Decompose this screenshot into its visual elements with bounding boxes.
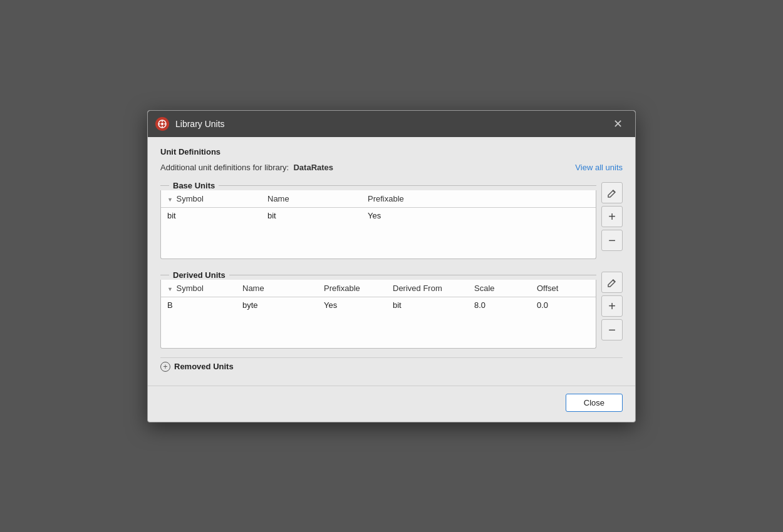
removed-units-expand-button[interactable]: + — [160, 362, 170, 372]
base-units-section: Base Units ▼ Symbol Name — [160, 181, 623, 259]
derived-col-name[interactable]: Name — [236, 280, 318, 297]
derived-row-symbol: B — [161, 297, 236, 313]
removed-units-label: Removed Units — [174, 362, 234, 371]
table-row[interactable]: bit bit Yes — [161, 207, 596, 223]
library-units-dialog: Library Units ✕ Unit Definitions Additio… — [147, 110, 636, 422]
derived-units-table: ▼ Symbol Name Prefixable D — [161, 280, 596, 313]
base-remove-button[interactable]: − — [601, 230, 623, 251]
dialog-title: Library Units — [175, 119, 225, 129]
view-all-link[interactable]: View all units — [575, 163, 623, 172]
derived-row-prefixable: Yes — [318, 297, 386, 313]
svg-point-1 — [161, 123, 163, 125]
header-line-right — [219, 185, 596, 186]
base-row-symbol: bit — [161, 207, 261, 223]
derived-units-title: Derived Units — [169, 270, 229, 280]
sort-arrow-symbol: ▼ — [167, 197, 173, 203]
table-row[interactable]: B byte Yes bit 8.0 0.0 — [161, 297, 596, 313]
derived-row-scale: 8.0 — [468, 297, 531, 313]
subtitle-prefix: Additional unit definitions for library: — [160, 163, 289, 172]
derived-col-scale[interactable]: Scale — [468, 280, 531, 297]
derived-units-header-row: Derived Units — [160, 270, 596, 280]
derived-remove-button[interactable]: − — [601, 319, 623, 340]
derived-row-derived-from: bit — [386, 297, 468, 313]
base-col-symbol[interactable]: ▼ Symbol — [161, 190, 261, 208]
base-units-header-row: Base Units — [160, 181, 596, 190]
base-units-sidebar: + − — [601, 182, 623, 251]
base-row-prefixable: Yes — [361, 207, 596, 223]
derived-col-offset[interactable]: Offset — [531, 280, 596, 297]
derived-header-line-right — [229, 275, 596, 275]
derived-header-line-left — [160, 275, 169, 275]
derived-add-button[interactable]: + — [601, 295, 623, 317]
title-bar: Library Units ✕ — [148, 111, 635, 137]
base-col-name[interactable]: Name — [261, 190, 361, 208]
dialog-footer: Close — [148, 386, 635, 422]
derived-row-offset: 0.0 — [531, 297, 596, 313]
removed-units-row: + Removed Units — [160, 357, 623, 376]
subtitle-text: Additional unit definitions for library:… — [160, 163, 333, 172]
derived-units-group-outer: Derived Units ▼ Symbol Name — [160, 270, 596, 349]
derived-units-content: ▼ Symbol Name Prefixable D — [160, 280, 596, 349]
library-name: DataRates — [293, 163, 333, 172]
base-row-name: bit — [261, 207, 361, 223]
base-units-group-outer: Base Units ▼ Symbol Name — [160, 181, 596, 259]
base-units-content: ▼ Symbol Name Prefixable — [160, 190, 596, 259]
title-close-button[interactable]: ✕ — [608, 116, 628, 132]
base-units-table: ▼ Symbol Name Prefixable — [161, 190, 596, 223]
base-col-prefixable[interactable]: Prefixable — [361, 190, 596, 208]
header-line-left — [160, 185, 169, 186]
derived-col-symbol[interactable]: ▼ Symbol — [161, 280, 236, 297]
derived-units-section: Derived Units ▼ Symbol Name — [160, 270, 623, 349]
title-bar-left: Library Units — [155, 117, 225, 131]
derived-row-name: byte — [236, 297, 318, 313]
derived-units-sidebar: + − — [601, 272, 623, 340]
close-dialog-button[interactable]: Close — [566, 394, 623, 412]
sort-arrow-derived-symbol: ▼ — [167, 286, 173, 292]
section-label: Unit Definitions — [160, 147, 623, 156]
derived-edit-button[interactable] — [601, 272, 623, 293]
derived-col-derived-from[interactable]: Derived From — [386, 280, 468, 297]
base-add-button[interactable]: + — [601, 206, 623, 227]
derived-col-prefixable[interactable]: Prefixable — [318, 280, 386, 297]
base-units-title: Base Units — [169, 181, 219, 190]
subtitle-row: Additional unit definitions for library:… — [160, 163, 623, 172]
base-edit-button[interactable] — [601, 182, 623, 203]
app-icon — [155, 117, 169, 131]
dialog-body: Unit Definitions Additional unit definit… — [148, 137, 635, 386]
